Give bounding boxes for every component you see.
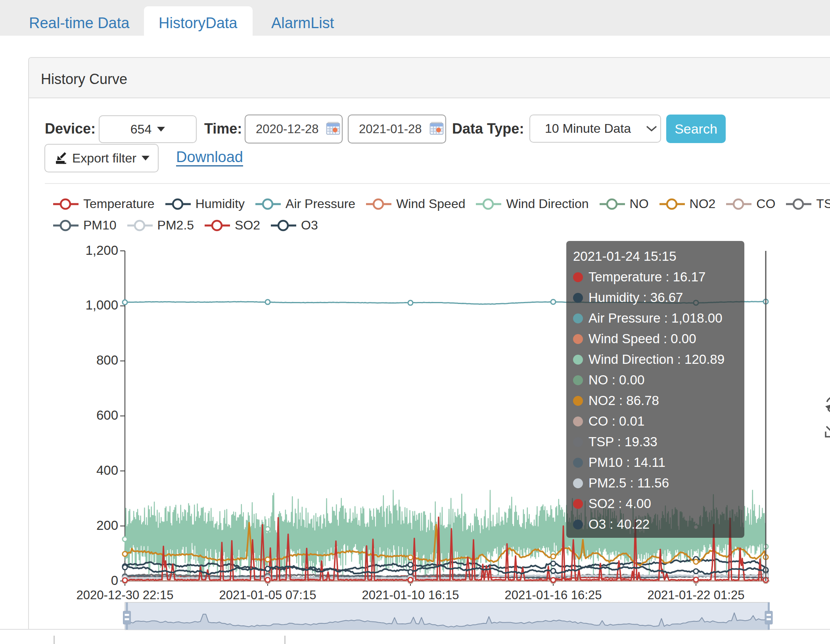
svg-text:600: 600 xyxy=(96,408,118,422)
svg-text:2021-01-05 07:15: 2021-01-05 07:15 xyxy=(219,588,316,602)
svg-text:200: 200 xyxy=(96,518,118,533)
svg-text:2021-01-10 16:15: 2021-01-10 16:15 xyxy=(362,588,459,602)
svg-text:1,200: 1,200 xyxy=(85,243,118,258)
svg-text:400: 400 xyxy=(96,463,118,478)
svg-text:2020-12-30 22:15: 2020-12-30 22:15 xyxy=(77,588,174,602)
svg-text:0: 0 xyxy=(111,573,118,588)
svg-text:800: 800 xyxy=(96,353,118,367)
svg-text:2021-01-16 16:25: 2021-01-16 16:25 xyxy=(505,588,602,602)
svg-text:1,000: 1,000 xyxy=(85,298,118,312)
svg-text:2021-01-22 01:25: 2021-01-22 01:25 xyxy=(648,588,745,602)
